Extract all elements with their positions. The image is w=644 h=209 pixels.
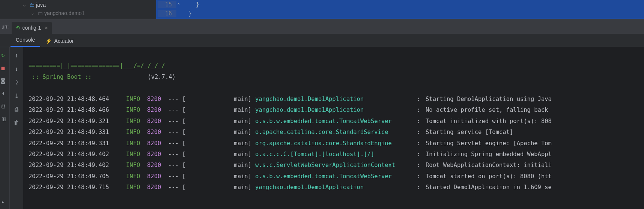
log-level: INFO bbox=[126, 182, 147, 193]
close-icon[interactable]: × bbox=[45, 25, 48, 31]
log-level: INFO bbox=[126, 116, 147, 127]
folder-icon: 🗀 bbox=[29, 2, 35, 8]
log-colon: : bbox=[417, 127, 426, 138]
line-number: 16 bbox=[158, 10, 176, 17]
log-pid: 8200 bbox=[147, 105, 168, 116]
log-line: 2022-09-29 21:48:49.402INFO8200--- [main… bbox=[29, 149, 639, 160]
camera-icon[interactable]: ◙ bbox=[2, 77, 8, 84]
clear-icon[interactable]: 🗑 bbox=[12, 119, 21, 127]
rerun-icon[interactable]: ↻ bbox=[2, 52, 8, 59]
log-colon: : bbox=[417, 138, 426, 149]
log-level: INFO bbox=[126, 149, 147, 160]
tab-actuator[interactable]: ⚡ Actuator bbox=[40, 35, 79, 47]
project-tree[interactable]: ⌄ 🗀 java ⌄ 🗀 yangchao.demo1 bbox=[0, 0, 156, 19]
tree-item-java[interactable]: ⌄ 🗀 java bbox=[23, 1, 156, 9]
log-pid: 8200 bbox=[147, 94, 168, 105]
fold-icon[interactable]: ⌃ bbox=[176, 2, 181, 7]
tree-label: java bbox=[36, 2, 46, 8]
actuator-icon: ⚡ bbox=[45, 38, 52, 44]
line-number: 15 bbox=[158, 1, 176, 8]
log-sep: --- [ bbox=[168, 94, 187, 105]
log-message: Starting service [Tomcat] bbox=[426, 127, 639, 138]
editor-line: 16 } bbox=[158, 9, 644, 18]
log-sep: --- [ bbox=[168, 160, 187, 171]
log-logger: o.s.b.w.embedded.tomcat.TomcatWebServer bbox=[251, 171, 417, 182]
log-pid: 8200 bbox=[147, 127, 168, 138]
log-logger: w.s.c.ServletWebServerApplicationContext bbox=[251, 160, 417, 171]
tree-label: yangchao.demo1 bbox=[44, 10, 84, 16]
log-timestamp: 2022-09-29 21:48:48.464 bbox=[29, 94, 126, 105]
log-message: Starting Servlet engine: [Apache Tom bbox=[426, 138, 639, 149]
tab-label: Actuator bbox=[54, 38, 74, 44]
log-colon: : bbox=[417, 105, 426, 116]
log-line: 2022-09-29 21:48:48.466INFO8200--- [main… bbox=[29, 105, 639, 116]
log-message: Started Demo1Application in 1.609 se bbox=[426, 182, 639, 193]
log-level: INFO bbox=[126, 127, 147, 138]
log-thread: main] bbox=[187, 149, 251, 160]
chevron-down-icon[interactable]: ⌄ bbox=[23, 2, 28, 8]
stop-icon[interactable]: ■ bbox=[2, 65, 8, 71]
log-thread: main] bbox=[187, 127, 251, 138]
tree-item-package[interactable]: ⌄ 🗀 yangchao.demo1 bbox=[23, 9, 156, 17]
run-config-tab[interactable]: ⟲ config-1 × bbox=[12, 22, 51, 34]
log-sep: --- [ bbox=[168, 116, 187, 127]
run-gutter: ↻ ■ ◙ ⫞ ⎙ 🗑 ▸ bbox=[0, 47, 10, 209]
log-sep: --- [ bbox=[168, 138, 187, 149]
log-sep: --- [ bbox=[168, 105, 187, 116]
layout-icon[interactable]: ⫞ bbox=[2, 90, 8, 97]
arrow-down-icon[interactable]: ↓ bbox=[12, 65, 21, 73]
log-thread: main] bbox=[187, 105, 251, 116]
chevron-down-icon[interactable]: ⌄ bbox=[31, 11, 36, 16]
log-level: INFO bbox=[126, 105, 147, 116]
tab-console[interactable]: Console bbox=[11, 34, 40, 47]
log-line: 2022-09-29 21:48:49.402INFO8200--- [main… bbox=[29, 160, 639, 171]
log-logger: o.a.c.c.C.[Tomcat].[localhost].[/] bbox=[251, 149, 417, 160]
log-message: Tomcat started on port(s): 8080 (htt bbox=[426, 171, 639, 182]
log-colon: : bbox=[417, 182, 426, 193]
log-thread: main] bbox=[187, 94, 251, 105]
tab-label: Console bbox=[16, 37, 35, 43]
log-message: No active profile set, falling back bbox=[426, 105, 639, 116]
log-timestamp: 2022-09-29 21:48:48.466 bbox=[29, 105, 126, 116]
print-icon[interactable]: ⎙ bbox=[2, 103, 8, 110]
console-tabs: Console ⚡ Actuator bbox=[0, 34, 644, 47]
log-logger: o.apache.catalina.core.StandardService bbox=[251, 127, 417, 138]
code-text: } bbox=[181, 1, 199, 8]
log-line: 2022-09-29 21:48:49.321INFO8200--- [main… bbox=[29, 116, 639, 127]
log-message: Initializing Spring embedded WebAppl bbox=[426, 149, 639, 160]
log-colon: : bbox=[417, 94, 426, 105]
log-timestamp: 2022-09-29 21:48:49.402 bbox=[29, 160, 126, 171]
log-line: 2022-09-29 21:48:48.464INFO8200--- [main… bbox=[29, 94, 639, 105]
log-thread: main] bbox=[187, 182, 251, 193]
soft-wrap-icon[interactable]: ⤸ bbox=[12, 78, 21, 86]
log-pid: 8200 bbox=[147, 138, 168, 149]
log-sep: --- [ bbox=[168, 127, 187, 138]
trash-icon[interactable]: 🗑 bbox=[2, 116, 8, 122]
log-level: INFO bbox=[126, 160, 147, 171]
arrow-up-icon[interactable]: ↑ bbox=[12, 51, 21, 59]
run-tool-window-header: un: ⟲ config-1 × bbox=[0, 19, 644, 34]
log-colon: : bbox=[417, 149, 426, 160]
log-pid: 8200 bbox=[147, 149, 168, 160]
log-sep: --- [ bbox=[168, 171, 187, 182]
log-thread: main] bbox=[187, 171, 251, 182]
log-message: Starting Demo1Application using Java bbox=[426, 94, 639, 105]
console-toolbar: ↑ ↓ ⤸ ⤓ ⎙ 🗑 bbox=[10, 47, 23, 209]
run-label: un: bbox=[1, 24, 12, 30]
expand-icon[interactable]: ▸ bbox=[2, 198, 8, 205]
log-logger: o.s.b.w.embedded.tomcat.TomcatWebServer bbox=[251, 116, 417, 127]
scroll-to-end-icon[interactable]: ⤓ bbox=[12, 92, 21, 100]
log-line: 2022-09-29 21:48:49.331INFO8200--- [main… bbox=[29, 127, 639, 138]
code-text: } bbox=[181, 10, 192, 17]
log-colon: : bbox=[417, 160, 426, 171]
print-icon[interactable]: ⎙ bbox=[12, 105, 21, 113]
console-output[interactable]: =========|_|==============|___/=/_/_/_/ … bbox=[23, 47, 644, 209]
editor[interactable]: 15 ⌃ } 16 } bbox=[156, 0, 644, 19]
log-message: Tomcat initialized with port(s): 808 bbox=[426, 116, 639, 127]
log-level: INFO bbox=[126, 138, 147, 149]
editor-line: 15 ⌃ } bbox=[158, 0, 644, 9]
log-logger: yangchao.demo1.Demo1Application bbox=[251, 94, 417, 105]
log-line: 2022-09-29 21:48:49.331INFO8200--- [main… bbox=[29, 138, 639, 149]
log-logger: yangchao.demo1.Demo1Application bbox=[251, 182, 417, 193]
log-colon: : bbox=[417, 171, 426, 182]
